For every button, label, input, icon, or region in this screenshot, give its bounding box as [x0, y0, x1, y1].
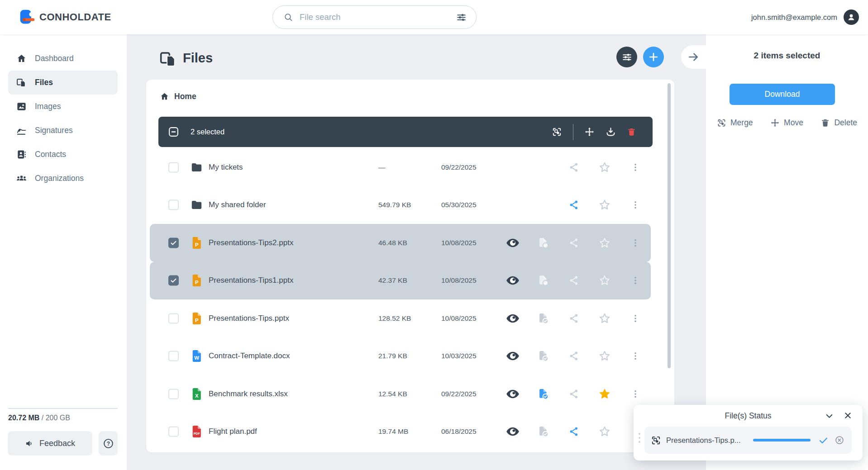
speaker-icon — [25, 439, 34, 448]
star-icon[interactable] — [598, 161, 611, 174]
row-checkbox[interactable] — [168, 351, 179, 361]
file-name[interactable]: Presentations-Tips1.pptx — [209, 276, 293, 285]
file-check-icon[interactable] — [537, 312, 549, 325]
add-file-button[interactable] — [643, 47, 664, 67]
row-menu-icon[interactable] — [631, 351, 640, 361]
preview-eye-icon[interactable] — [506, 311, 520, 326]
star-icon[interactable] — [598, 199, 611, 211]
star-icon[interactable] — [598, 388, 611, 400]
close-icon[interactable] — [843, 411, 853, 420]
row-menu-icon[interactable] — [631, 275, 640, 285]
brand-name: CONHOLDATE — [39, 11, 111, 23]
file-name[interactable]: Presentations-Tips.pptx — [209, 314, 289, 323]
file-check-icon[interactable] — [537, 274, 549, 287]
file-name[interactable]: My shared folder — [209, 200, 266, 209]
progress-bar — [753, 439, 811, 442]
row-checkbox[interactable] — [168, 389, 179, 399]
search-filters-icon[interactable] — [456, 12, 467, 23]
share-icon[interactable] — [568, 389, 579, 399]
row-menu-icon[interactable] — [631, 389, 640, 399]
row-checkbox[interactable] — [168, 162, 179, 172]
cancel-circle-icon[interactable] — [835, 435, 844, 445]
sidebar-item-label: Organizations — [35, 174, 84, 183]
file-name[interactable]: My tickets — [209, 163, 243, 172]
delete-action[interactable]: Delete — [820, 118, 857, 128]
file-name[interactable]: Benchmark results.xlsx — [209, 389, 288, 399]
file-row[interactable]: My tickets—09/22/2025 — [150, 148, 651, 186]
file-row[interactable]: PPresentations-Tips2.pptx46.48 KB10/08/2… — [150, 224, 651, 262]
file-check-icon[interactable] — [537, 388, 549, 400]
row-checkbox[interactable] — [168, 200, 179, 210]
move-selected-icon[interactable] — [584, 127, 595, 137]
svg-text:P: P — [195, 280, 199, 285]
star-icon[interactable] — [598, 237, 611, 249]
preview-eye-icon[interactable] — [506, 349, 520, 363]
move-action[interactable]: Move — [770, 118, 803, 128]
star-icon[interactable] — [598, 350, 611, 362]
row-checkbox[interactable] — [168, 275, 179, 286]
user-avatar[interactable] — [844, 9, 859, 25]
row-menu-icon[interactable] — [631, 162, 640, 172]
sidebar-item-images[interactable]: Images — [8, 95, 118, 119]
sidebar-item-signatures[interactable]: Signatures — [8, 119, 118, 142]
delete-selected-icon[interactable] — [627, 127, 636, 137]
help-button[interactable]: ? — [99, 431, 118, 456]
row-checkbox[interactable] — [168, 313, 179, 323]
download-selected-icon[interactable] — [606, 127, 616, 137]
file-search-box[interactable] — [272, 5, 477, 29]
file-row[interactable]: XBenchmark results.xlsx12.54 KB09/22/202… — [150, 375, 651, 413]
toolbar-divider — [573, 124, 574, 140]
file-check-icon[interactable] — [537, 425, 549, 438]
merge-action[interactable]: Merge — [717, 118, 753, 128]
file-row[interactable]: PPresentations-Tips.pptx128.52 KB10/08/2… — [150, 299, 651, 337]
row-menu-icon[interactable] — [631, 200, 640, 210]
brand-logo-group[interactable]: CONHOLDATE — [19, 0, 111, 34]
file-name[interactable]: Flight plan.pdf — [209, 427, 257, 436]
star-icon[interactable] — [598, 425, 611, 438]
share-icon[interactable] — [568, 237, 579, 248]
sidebar-item-contacts[interactable]: Contacts — [8, 142, 118, 166]
star-icon[interactable] — [598, 312, 611, 325]
file-row[interactable]: WContract-Template.docx21.79 KB10/03/202… — [150, 337, 651, 375]
file-name[interactable]: Contract-Template.docx — [209, 351, 290, 361]
share-icon[interactable] — [568, 426, 579, 437]
preview-eye-icon[interactable] — [506, 387, 520, 401]
file-row[interactable]: PDFFlight plan.pdf19.74 MB06/18/2025 — [150, 413, 651, 451]
drag-handle[interactable] — [639, 433, 640, 443]
share-icon[interactable] — [568, 199, 579, 210]
file-row[interactable]: PPresentations-Tips1.pptx42.37 KB10/08/2… — [150, 262, 651, 300]
download-button[interactable]: Download — [730, 84, 835, 105]
select-all-checkbox[interactable] — [168, 126, 179, 138]
row-checkbox[interactable] — [168, 237, 179, 248]
row-menu-icon[interactable] — [631, 313, 640, 323]
scrollbar-thumb[interactable] — [668, 83, 671, 368]
preview-eye-icon[interactable] — [506, 273, 520, 288]
feedback-button[interactable]: Feedback — [8, 431, 92, 456]
preview-eye-icon[interactable] — [506, 424, 520, 439]
search-input[interactable] — [300, 12, 456, 22]
row-menu-icon[interactable] — [631, 238, 640, 248]
share-icon[interactable] — [568, 351, 579, 361]
sidebar-item-label: Contacts — [35, 150, 66, 159]
share-icon[interactable] — [568, 162, 579, 173]
sidebar-item-organizations[interactable]: Organizations — [8, 166, 118, 190]
preview-eye-icon[interactable] — [506, 236, 520, 250]
file-name[interactable]: Presentations-Tips2.pptx — [209, 238, 293, 247]
share-icon[interactable] — [568, 275, 579, 286]
file-check-icon[interactable] — [537, 237, 549, 249]
chevron-down-icon[interactable] — [824, 411, 835, 421]
share-icon[interactable] — [568, 313, 579, 324]
merge-selected-icon[interactable] — [552, 127, 562, 137]
file-check-icon[interactable] — [537, 350, 549, 362]
sidebar-item-label: Files — [35, 78, 53, 87]
breadcrumb[interactable]: Home — [160, 90, 196, 103]
row-checkbox[interactable] — [168, 427, 179, 437]
sidebar-item-files[interactable]: Files — [8, 71, 118, 95]
star-icon[interactable] — [598, 274, 611, 287]
view-settings-button[interactable] — [616, 47, 637, 67]
sidebar-item-dashboard[interactable]: Dashboard — [8, 47, 118, 71]
collapse-panel-tab[interactable] — [681, 45, 706, 69]
pdf-file-icon: PDF — [191, 425, 203, 438]
svg-text:?: ? — [106, 440, 110, 446]
file-row[interactable]: My shared folder549.79 KB05/30/2025 — [150, 186, 651, 224]
